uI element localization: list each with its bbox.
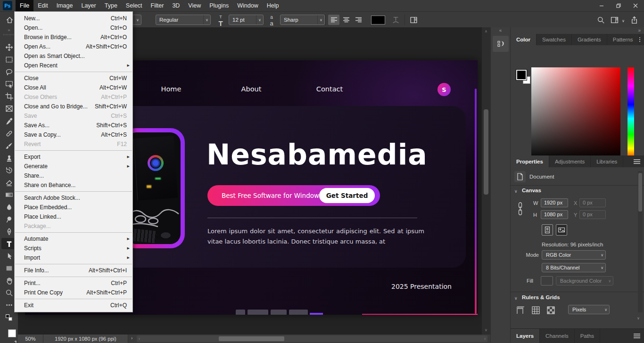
menu-item-place-embedded[interactable]: Place Embedded... — [15, 203, 132, 212]
horizontal-scroll-thumb[interactable] — [219, 336, 284, 341]
align-center-button[interactable] — [340, 15, 352, 25]
tab-paths[interactable]: Paths — [575, 329, 600, 343]
fill-swatch[interactable] — [541, 276, 553, 286]
font-style-select[interactable]: Regular∨ — [156, 15, 211, 25]
bit-depth-select[interactable]: 8 Bits/Channel∨ — [542, 263, 606, 272]
menu-filter[interactable]: Filter — [147, 0, 168, 11]
chevron-down-icon[interactable]: ∨ — [514, 296, 518, 301]
minimize-button[interactable] — [593, 0, 610, 11]
canvas-vertical-scrollbar[interactable]: ∧ ∨ — [482, 27, 490, 335]
menu-window[interactable]: Window — [233, 0, 262, 11]
search-icon[interactable] — [595, 15, 606, 25]
chevron-down-icon[interactable]: ∨ — [514, 189, 518, 194]
menu-item-generate[interactable]: Generate▶ — [15, 162, 132, 171]
chevron-down-icon[interactable]: ∨ — [620, 16, 626, 26]
properties-scroll-thumb[interactable] — [638, 173, 642, 212]
color-mode-select[interactable]: RGB Color∨ — [542, 250, 606, 260]
menu-item-share[interactable]: Share... — [15, 171, 132, 180]
toolbar-grip[interactable] — [3, 34, 15, 35]
collapse-panels-icon[interactable]: « — [491, 27, 510, 34]
panel-menu-icon[interactable] — [634, 161, 640, 162]
menu-item-scripts[interactable]: Scripts▶ — [15, 244, 132, 253]
canvas-horizontal-scrollbar[interactable]: ‹ › — [137, 335, 487, 342]
history-panel-icon[interactable] — [493, 36, 509, 52]
swap-colors-icon[interactable] — [10, 340, 17, 343]
menu-layer[interactable]: Layer — [77, 0, 100, 11]
tab-properties[interactable]: Properties — [511, 155, 549, 167]
landscape-orientation-button[interactable] — [556, 224, 567, 236]
menu-item-open-as[interactable]: Open As...Alt+Shift+Ctrl+O — [15, 42, 132, 51]
panel-menu-icon[interactable] — [634, 335, 640, 336]
menu-item-automate[interactable]: Automate▶ — [15, 234, 132, 244]
tab-channels[interactable]: Channels — [540, 329, 575, 343]
expand-panels-icon[interactable]: » — [511, 27, 644, 34]
hue-slider[interactable] — [627, 67, 634, 161]
menu-select[interactable]: Select — [122, 0, 147, 11]
menu-item-export[interactable]: Export▶ — [15, 152, 132, 162]
menu-item-open[interactable]: Open...Ctrl+O — [15, 23, 132, 33]
align-left-button[interactable] — [328, 15, 339, 25]
menu-item-new[interactable]: New...Ctrl+N — [15, 14, 132, 23]
scroll-left-icon[interactable]: ‹ — [139, 336, 140, 341]
scroll-up-icon[interactable]: ∧ — [482, 29, 490, 33]
menu-item-print[interactable]: Print...Ctrl+P — [15, 278, 132, 288]
menu-type[interactable]: Type — [100, 0, 122, 11]
menu-file[interactable]: File — [16, 0, 33, 11]
saturation-brightness-field[interactable] — [531, 67, 620, 161]
warp-text-icon[interactable] — [390, 15, 401, 25]
menu-view[interactable]: View — [184, 0, 205, 11]
menu-item-import[interactable]: Import▶ — [15, 253, 132, 262]
share-icon[interactable] — [629, 15, 639, 25]
panel-menu-icon[interactable] — [639, 39, 640, 40]
tab-swatches[interactable]: Swatches — [537, 34, 572, 45]
workspace-icon[interactable] — [609, 15, 620, 25]
get-started-button[interactable]: Get Started — [319, 188, 375, 203]
menu-image[interactable]: Image — [52, 0, 77, 11]
scroll-right-icon[interactable]: › — [484, 336, 486, 341]
anti-alias-select[interactable]: Sharp∨ — [280, 15, 325, 25]
link-dimensions-icon[interactable] — [517, 202, 523, 218]
menu-item-close-all[interactable]: Close AllAlt+Ctrl+W — [15, 83, 132, 92]
menu-item-exit[interactable]: ExitCtrl+Q — [15, 301, 132, 310]
menu-item-browse-in-bridge[interactable]: Browse in Bridge...Alt+Ctrl+O — [15, 33, 132, 42]
tab-libraries[interactable]: Libraries — [591, 155, 623, 167]
tab-color[interactable]: Color — [511, 34, 537, 45]
status-popup-icon[interactable]: › — [131, 335, 132, 341]
menu-item-open-as-smart-object[interactable]: Open as Smart Object... — [15, 51, 132, 61]
menu-item-open-recent[interactable]: Open Recent▶ — [15, 61, 132, 70]
menu-item-file-info[interactable]: File Info...Alt+Shift+Ctrl+I — [15, 266, 132, 275]
tab-layers[interactable]: Layers — [511, 329, 540, 343]
menu-item-search-adobe-stock[interactable]: Search Adobe Stock... — [15, 193, 132, 203]
font-size-select[interactable]: 12 pt∨ — [229, 15, 264, 25]
menu-3d[interactable]: 3D — [168, 0, 184, 11]
menu-item-share-on-behance[interactable]: Share on Behance... — [15, 180, 132, 190]
background-color-swatch[interactable] — [8, 329, 16, 337]
menu-item-save-as[interactable]: Save As...Shift+Ctrl+S — [15, 121, 132, 130]
default-colors-icon[interactable] — [1, 313, 17, 322]
tab-patterns[interactable]: Patterns — [607, 34, 639, 45]
transparency-grid-icon[interactable] — [545, 305, 556, 315]
text-color-swatch[interactable] — [371, 16, 385, 24]
foreground-color-swatch[interactable] — [516, 70, 527, 80]
vertical-scroll-thumb[interactable] — [484, 109, 488, 195]
menu-help[interactable]: Help — [263, 0, 283, 11]
menu-item-save-a-copy[interactable]: Save a Copy...Alt+Ctrl+S — [15, 130, 132, 139]
height-field[interactable]: 1080 px — [541, 210, 568, 219]
rulers-icon[interactable] — [515, 305, 526, 315]
portrait-orientation-button[interactable] — [542, 224, 553, 236]
menu-plugins[interactable]: Plugins — [205, 0, 233, 11]
tab-adjustments[interactable]: Adjustments — [549, 155, 591, 167]
restore-button[interactable] — [610, 0, 627, 11]
menu-item-close-and-go-to-bridge[interactable]: Close and Go to Bridge...Shift+Ctrl+W — [15, 102, 132, 111]
close-button[interactable] — [627, 0, 644, 11]
home-icon[interactable] — [4, 15, 15, 25]
menu-edit[interactable]: Edit — [33, 0, 52, 11]
tab-gradients[interactable]: Gradients — [572, 34, 607, 45]
scroll-down-icon[interactable]: ∨ — [637, 316, 640, 320]
scroll-down-icon[interactable]: ∨ — [482, 328, 490, 332]
zoom-level-field[interactable]: 50% — [18, 335, 43, 343]
menu-item-close[interactable]: CloseCtrl+W — [15, 74, 132, 83]
width-field[interactable]: 1920 px — [541, 198, 568, 207]
align-right-button[interactable] — [353, 15, 364, 25]
ruler-units-select[interactable]: Pixels∨ — [568, 305, 610, 314]
